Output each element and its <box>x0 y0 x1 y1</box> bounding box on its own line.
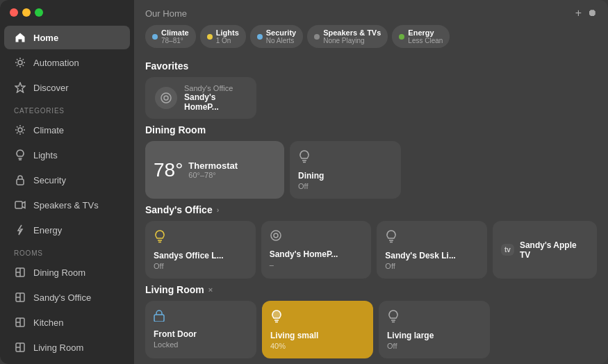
sidebar-item-kitchen[interactable]: Kitchen <box>4 311 130 334</box>
minimize-button[interactable] <box>22 8 31 17</box>
card-sub: Off <box>154 262 247 270</box>
dining-light-card[interactable]: Dining Off <box>290 141 401 199</box>
tab-sub: 1 On <box>216 37 239 44</box>
living-small-card[interactable]: Living small 40% <box>262 301 373 358</box>
sidebar-item-energy[interactable]: Energy <box>4 218 130 242</box>
card-title: Front Door <box>154 329 248 339</box>
svg-point-24 <box>274 233 278 238</box>
apple-tv-card[interactable]: tv Sandy's Apple TV <box>493 221 597 279</box>
homepod-icon <box>155 87 177 109</box>
sidebar-item-speakers[interactable]: Speakers & TVs <box>4 193 130 217</box>
svg-marker-1 <box>15 83 25 92</box>
light-icon <box>270 309 365 326</box>
sidebar-item-automation[interactable]: Automation <box>4 51 130 74</box>
fav-sub: Sandy's Office <box>184 84 247 92</box>
category-tabs: Climate 78–81° Lights 1 On Security No A… <box>134 25 608 55</box>
sidebar-item-sandys-office[interactable]: Sandy's Office <box>4 286 130 309</box>
room-icon <box>14 341 26 354</box>
dining-room-row: 78° Thermostat 60°–78° Dining Off <box>145 141 597 199</box>
main-content: Our Home + ⏺ Climate 78–81° Lights 1 On … <box>134 0 608 364</box>
tab-security[interactable]: Security No Alerts <box>250 25 303 48</box>
desk-light-card[interactable]: Sandy's Desk Li... Off <box>377 221 487 279</box>
close-button[interactable] <box>10 8 18 17</box>
svg-point-17 <box>161 93 171 103</box>
appletv-logo-icon: tv <box>501 244 514 256</box>
climate-icon <box>14 124 26 136</box>
card-sub: Off <box>385 262 479 270</box>
chevron-close-icon: × <box>208 286 213 294</box>
svg-rect-27 <box>154 315 164 322</box>
header-actions: + ⏺ <box>575 7 597 19</box>
sidebar-item-climate[interactable]: Climate <box>4 118 130 142</box>
settings-icon[interactable]: ⏺ <box>587 7 597 19</box>
sidebar-item-lights[interactable]: Lights <box>4 143 130 167</box>
tab-climate[interactable]: Climate 78–81° <box>145 25 196 48</box>
svg-point-0 <box>18 60 22 65</box>
thermostat-card[interactable]: 78° Thermostat 60°–78° <box>145 141 284 199</box>
sidebar-item-label: Energy <box>33 225 62 235</box>
rooms-label: Rooms <box>0 242 134 260</box>
sidebar-item-label: Discover <box>33 83 69 93</box>
tab-label: Lights <box>216 28 239 37</box>
speakers-icon <box>14 199 26 211</box>
homepod-icon <box>270 229 363 245</box>
light-icon <box>387 309 482 326</box>
sidebar-item-label: Security <box>33 175 66 185</box>
tab-label: Energy <box>408 28 443 37</box>
tab-lights[interactable]: Lights 1 On <box>200 25 246 48</box>
office-light-card[interactable]: Sandys Office L... Off <box>145 221 256 279</box>
tab-sub: None Playing <box>323 37 381 44</box>
home-icon <box>14 31 26 44</box>
sandys-office-section-title: Sandy's Office › <box>145 204 597 215</box>
sidebar-item-security[interactable]: Security <box>4 168 130 192</box>
sidebar-item-discover[interactable]: Discover <box>4 76 130 99</box>
discover-icon <box>14 81 26 94</box>
sidebar-item-dining-room[interactable]: Dining Room <box>4 260 130 284</box>
appletv-title: Sandy's Apple TV <box>520 240 589 260</box>
sidebar-item-label: Climate <box>33 125 64 135</box>
page-title: Our Home <box>145 8 187 19</box>
sidebar: Home Automation Discover Categories Clim… <box>0 0 134 364</box>
sidebar-item-label: Home <box>33 33 58 43</box>
card-title: Living large <box>387 331 482 340</box>
tab-speakers[interactable]: Speakers & TVs None Playing <box>307 25 388 48</box>
svg-rect-4 <box>15 201 22 208</box>
thermostat-temp: 78° <box>154 159 183 181</box>
card-title: Sandy's HomeP... <box>270 249 363 259</box>
tab-label: Speakers & TVs <box>323 28 381 37</box>
fullscreen-button[interactable] <box>35 8 43 17</box>
dining-room-section-title: Dining Room <box>145 124 597 135</box>
thermostat-info: Thermostat 60°–78° <box>188 160 238 179</box>
front-door-card[interactable]: Front Door Locked <box>145 301 256 358</box>
card-sub: 40% <box>270 342 365 350</box>
card-sub: Off <box>387 342 482 350</box>
sidebar-item-home[interactable]: Home <box>4 26 130 49</box>
card-sub: – <box>270 260 363 269</box>
window-controls <box>0 8 134 25</box>
lights-icon <box>14 149 26 161</box>
svg-point-18 <box>164 96 168 100</box>
sidebar-item-label: Lights <box>33 150 58 160</box>
sidebar-item-label: Sandy's Office <box>33 292 91 303</box>
living-large-card[interactable]: Living large Off <box>379 301 490 358</box>
room-icon <box>14 266 26 279</box>
sidebar-item-label: Living Room <box>33 342 83 353</box>
add-icon[interactable]: + <box>575 7 582 19</box>
card-title: Sandy's Desk Li... <box>385 251 479 260</box>
favorite-card-sandys-home[interactable]: Sandy's Office Sandy's HomeP... <box>145 77 256 119</box>
sidebar-item-label: Automation <box>33 58 79 68</box>
thermostat-range: 60°–78° <box>188 171 238 179</box>
energy-icon <box>14 224 26 236</box>
fav-title: Sandy's HomeP... <box>184 92 247 112</box>
sidebar-item-label: Speakers & TVs <box>33 200 99 210</box>
lock-icon <box>154 309 248 325</box>
tab-sub: 78–81° <box>161 37 189 44</box>
room-icon <box>14 316 26 329</box>
tab-energy[interactable]: Energy Less Clean <box>392 25 450 48</box>
content-area: Favorites Sandy's Office Sandy's HomeP..… <box>134 55 608 364</box>
svg-rect-3 <box>17 179 24 185</box>
homepod-card[interactable]: Sandy's HomeP... – <box>261 221 372 279</box>
sidebar-item-living-room[interactable]: Living Room <box>4 336 130 359</box>
card-title: Living small <box>270 331 365 340</box>
light-icon <box>154 229 247 247</box>
